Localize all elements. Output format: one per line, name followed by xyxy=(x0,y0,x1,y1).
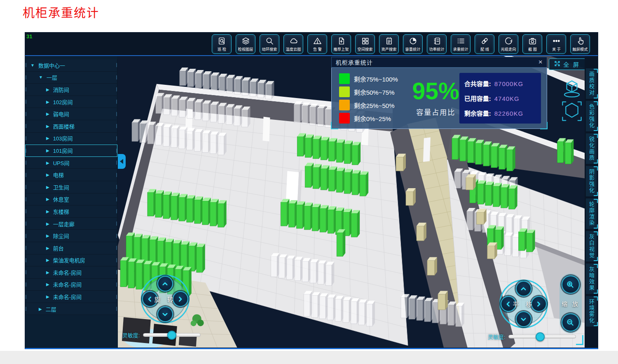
chevron-up-icon xyxy=(520,285,527,292)
zoom-out-button[interactable] xyxy=(562,313,580,331)
viewport-3d[interactable]: 机柜承重统计 × 剩余75%~100% xyxy=(118,56,585,348)
sidebar-item[interactable]: ▶ 消防间 xyxy=(25,84,117,96)
sidebar-item-label: 101房间 xyxy=(53,147,73,154)
search-icon xyxy=(265,37,274,45)
chevron-right-icon xyxy=(177,296,184,303)
slider-thumb[interactable] xyxy=(167,331,176,340)
wiring-button[interactable]: 配 线 xyxy=(475,34,494,54)
pan-right-button[interactable] xyxy=(531,296,547,312)
temperature-cloud-button[interactable]: 温度云图 xyxy=(283,34,303,54)
rotate-left-button[interactable] xyxy=(142,291,158,307)
weight-stats-button[interactable]: 承重统计 xyxy=(451,34,471,54)
sidebar-item[interactable]: ▶ 二层 xyxy=(25,303,117,315)
capacity-stats-button[interactable]: 容量统计 xyxy=(403,34,423,54)
sidebar-item-label: 103房间 xyxy=(53,134,73,142)
sidebar-item-label: 未命名-房间 xyxy=(53,293,82,301)
spiral-arrow-icon xyxy=(504,37,513,45)
fullscreen-button[interactable]: 全 屏 xyxy=(549,58,585,70)
legend-swatch xyxy=(339,113,350,124)
tree-arrow-icon: ▶ xyxy=(46,294,49,299)
space-search-button[interactable]: 空间搜索 xyxy=(355,34,375,54)
stat-value: 4740KG xyxy=(494,95,520,102)
sidebar-item[interactable]: ▶ 一层走廊 xyxy=(25,218,117,230)
render-effect-button[interactable]: 色彩强化 xyxy=(586,101,597,131)
sidebar-item[interactable]: ▶ 弱电间 xyxy=(25,108,117,120)
env-search-button[interactable]: 动环搜索 xyxy=(260,34,279,54)
render-effect-button[interactable]: 轮廓渲染 xyxy=(586,198,597,229)
stat-row: 已用容量: 4740KG xyxy=(464,94,536,103)
sidebar-item[interactable]: ▶ 未命名-房间 xyxy=(25,266,117,279)
tree-arrow-icon: ▶ xyxy=(46,124,49,128)
inspect-layers-button[interactable]: 检视图层 xyxy=(236,34,255,54)
render-effect-button[interactable]: 阴影强化 xyxy=(586,166,597,196)
sidebar-item[interactable]: ▼ 数据中心一 xyxy=(25,59,117,72)
slider-track[interactable] xyxy=(508,335,576,338)
occupancy-percent: 95% xyxy=(412,79,459,103)
cable-route-button[interactable]: 光缆走向 xyxy=(499,34,518,54)
sidebar-item-label: 数据中心一 xyxy=(38,61,65,69)
sidebar-item[interactable]: ▶ 柴油发电机房 xyxy=(25,254,117,267)
slider-thumb[interactable] xyxy=(536,332,545,341)
tree-arrow-icon: ▶ xyxy=(46,222,49,226)
sidebar-item[interactable]: ▼ 一层 xyxy=(25,72,117,84)
patrol-button[interactable]: 巡 检 xyxy=(212,34,232,54)
rotate-right-button[interactable] xyxy=(173,291,188,307)
sidebar-item[interactable]: ▶ 东楼梯 xyxy=(25,205,117,218)
tree-arrow-icon: ▶ xyxy=(46,87,49,92)
sidebar-item[interactable]: ▶ 未命名-房间 xyxy=(25,279,117,291)
render-effect-button[interactable]: 环境雾化 xyxy=(586,296,597,327)
asset-search-button[interactable]: 资产搜索 xyxy=(379,34,399,54)
screenshot-button[interactable]: 截 图 xyxy=(522,34,542,54)
sidebar-item[interactable]: ▶ 102房间 xyxy=(25,96,117,108)
sensitivity-label: 灵敏度: xyxy=(488,333,506,341)
stat-row: 剩余容量: 82260KG xyxy=(464,109,536,117)
sidebar-item[interactable]: ▶ 103房间 xyxy=(25,133,117,145)
render-effect-button[interactable]: 锐化画质 xyxy=(586,133,597,164)
close-icon[interactable]: × xyxy=(534,58,547,66)
alarm-button[interactable]: 告 警 xyxy=(307,34,327,54)
slider-track[interactable] xyxy=(143,333,201,337)
power-stats-button[interactable]: 功率统计 xyxy=(427,34,447,54)
sidebar-item[interactable]: ▶ 前台 xyxy=(25,242,117,254)
shelf-recommend-button[interactable]: 推荐上架 xyxy=(331,34,351,54)
pan-down-button[interactable] xyxy=(516,311,531,327)
render-effect-button[interactable]: 画质校对 xyxy=(586,68,597,99)
app-window: 31 巡 检 检视图层 动环搜索 温度云图 告 警 xyxy=(25,32,598,349)
tree-arrow-icon: ▶ xyxy=(46,209,49,214)
stat-label: 剩余容量: xyxy=(464,109,491,117)
occupancy-block: 95% 容量占用比 xyxy=(412,68,459,128)
sidebar-item[interactable]: ▶ UPS间 xyxy=(25,157,117,169)
about-button[interactable]: 关 于 xyxy=(546,34,566,54)
chevron-up-icon xyxy=(162,280,169,287)
chevron-right-icon xyxy=(535,301,542,308)
sidebar-item-label: 未命名-房间 xyxy=(53,268,82,276)
room-tree: ▼ 数据中心一 ▼ 一层 ▶ 消防间 ▶ 102房间 xyxy=(25,56,118,348)
sidebar-item-label: UPS间 xyxy=(53,159,70,167)
pan-left-button[interactable] xyxy=(501,296,516,312)
sidebar-item[interactable]: ▶ 卫生间 xyxy=(25,181,117,194)
sidebar-item-label: 未命名-房间 xyxy=(53,280,82,288)
cube-view-button[interactable] xyxy=(560,77,583,99)
zoom-control: 缩 放 xyxy=(559,273,582,334)
pan-up-button[interactable] xyxy=(516,281,531,296)
page-title: 机柜承重统计 xyxy=(23,3,99,21)
tree-arrow-icon: ▼ xyxy=(30,63,35,68)
rotate-down-button[interactable] xyxy=(157,306,173,322)
sidebar-item[interactable]: ▶ 101房间 xyxy=(25,145,117,157)
rotate-up-button[interactable] xyxy=(157,276,173,292)
sidebar-item[interactable]: ▶ 未命名-房间 xyxy=(25,291,117,303)
hexagon-view-button[interactable] xyxy=(560,100,583,122)
sensitivity-label: 灵敏度: xyxy=(122,331,140,339)
sidebar-item[interactable]: ▶ 西面楼梯 xyxy=(25,120,117,133)
sidebar-item[interactable]: ▶ 休息室 xyxy=(25,194,117,206)
sidebar-item[interactable]: ▶ 除尘间 xyxy=(25,230,117,242)
touch-mode-button[interactable]: 触屏模式 xyxy=(570,34,590,54)
legend: 剩余75%~100% 剩余50%~75% 剩余25%~50% xyxy=(332,68,412,128)
legend-label: 剩余25%~50% xyxy=(354,101,395,110)
sidebar-item[interactable]: ▶ 电梯 xyxy=(25,169,117,181)
sidebar-item-label: 电梯 xyxy=(53,171,64,179)
zoom-in-button[interactable] xyxy=(562,275,580,294)
render-effect-button[interactable]: 灰暗效果 xyxy=(586,264,597,294)
render-effect-button[interactable]: 灰白视觉 xyxy=(586,231,597,261)
sidebar-collapse-handle[interactable] xyxy=(118,154,126,169)
